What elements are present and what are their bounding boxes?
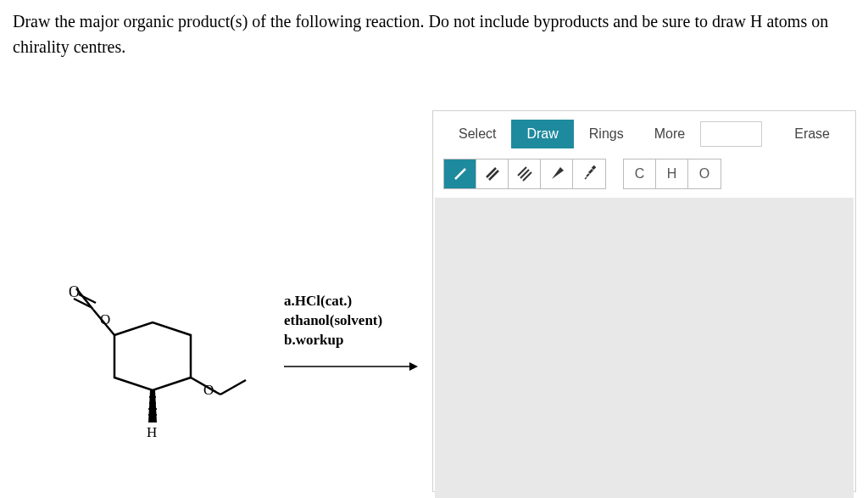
- svg-marker-23: [552, 167, 564, 179]
- wedge-bond-tool[interactable]: [541, 159, 573, 188]
- cond-a-prefix: a.: [284, 293, 295, 309]
- atom-o-button[interactable]: O: [688, 159, 721, 188]
- cond-a-note: (cat.): [320, 293, 352, 309]
- drawing-canvas[interactable]: [435, 198, 854, 498]
- question-text: Draw the major organic product(s) of the…: [0, 0, 868, 76]
- bond-tool-group: [443, 159, 606, 189]
- svg-marker-6: [148, 390, 157, 422]
- cond-a-reagent: HCl: [295, 293, 320, 309]
- search-input[interactable]: [700, 121, 762, 147]
- cond-solvent-note: (solvent): [330, 312, 382, 328]
- drawing-editor: Select Draw Rings More Erase: [432, 110, 856, 492]
- svg-marker-16: [409, 362, 418, 371]
- svg-line-17: [455, 169, 465, 179]
- svg-line-27: [593, 166, 595, 169]
- double-bond-tool[interactable]: [476, 159, 509, 188]
- tab-rings[interactable]: Rings: [574, 120, 639, 148]
- svg-text:O: O: [69, 283, 80, 300]
- svg-line-25: [587, 174, 589, 176]
- svg-line-26: [589, 170, 593, 173]
- cond-solvent: ethanol: [284, 312, 330, 328]
- erase-button[interactable]: Erase: [779, 120, 845, 148]
- tab-more[interactable]: More: [639, 120, 700, 148]
- single-bond-tool[interactable]: [444, 159, 476, 188]
- svg-text:H: H: [147, 424, 157, 440]
- toolbar-tabs: Select Draw Rings More Erase: [433, 111, 855, 155]
- toolbar-tools: C H O: [433, 155, 855, 198]
- atom-h-button[interactable]: H: [656, 159, 688, 188]
- atom-c-button[interactable]: C: [624, 159, 656, 188]
- tab-select[interactable]: Select: [443, 120, 511, 148]
- svg-line-24: [585, 177, 587, 179]
- reaction-conditions: a.HCl(cat.) ethanol(solvent) b.workup: [284, 293, 382, 351]
- reactant-molecule: O O O H: [55, 280, 250, 453]
- svg-text:O: O: [203, 382, 214, 398]
- tab-draw[interactable]: Draw: [511, 120, 573, 148]
- dash-bond-tool[interactable]: [573, 159, 605, 188]
- reaction-arrow: [284, 358, 420, 378]
- svg-text:O: O: [100, 311, 110, 327]
- triple-bond-tool[interactable]: [509, 159, 541, 188]
- cond-b: b.workup: [284, 332, 343, 348]
- atom-tool-group: C H O: [623, 159, 721, 189]
- svg-line-5: [220, 380, 246, 394]
- reaction-area: O O O H a.HCl(cat.) ethanol(solvent): [13, 76, 420, 441]
